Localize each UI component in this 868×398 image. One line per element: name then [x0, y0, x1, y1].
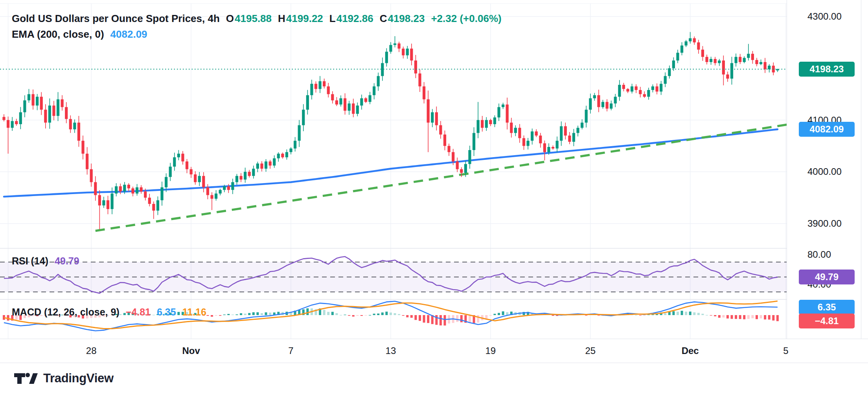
price-axis[interactable]: 4300.004100.004000.003900.0080.0040.0040… — [787, 0, 868, 362]
close-value: C4198.23 — [380, 13, 425, 25]
time-tick-label: Dec — [682, 345, 699, 356]
rsi-legend-label: RSI (14) — [12, 255, 48, 267]
low-value: L4192.86 — [329, 13, 373, 25]
ema-legend[interactable]: EMA (200, close, 0) 4082.09 — [12, 28, 147, 40]
macd-legend[interactable]: MACD (12, 26, close, 9) −4.81 6.35 11.16 — [12, 306, 206, 318]
rsi-bands — [0, 262, 787, 292]
symbol-legend[interactable]: Gold US Dollars per Ounce Spot Prices, 4… — [12, 13, 502, 25]
ema-legend-label: EMA (200, close, 0) — [12, 28, 104, 40]
time-tick-label: Nov — [182, 345, 200, 356]
tradingview-logo[interactable]: TradingView — [13, 371, 114, 386]
price-badge: 49.79 — [799, 270, 855, 284]
macd-hist-value: −4.81 — [126, 306, 151, 318]
macd-line-value: 6.35 — [157, 306, 176, 318]
open-value: O4195.88 — [226, 13, 272, 25]
trading-chart-app: Gold US Dollars per Ounce Spot Prices, 4… — [0, 0, 868, 398]
price-badge: 6.35 — [799, 300, 855, 315]
rsi-legend[interactable]: RSI (14) 49.79 — [12, 255, 79, 267]
time-tick-label: 5 — [783, 345, 788, 356]
change-value: +2.32 (+0.06%) — [431, 13, 501, 25]
time-axis[interactable]: 28Nov7131925Dec5 — [0, 339, 868, 363]
rsi-legend-value: 49.79 — [55, 255, 79, 267]
time-tick-label: 25 — [585, 345, 596, 356]
price-badge: 4198.23 — [799, 62, 855, 77]
symbol-title: Gold US Dollars per Ounce Spot Prices, 4… — [12, 13, 220, 25]
macd-legend-label: MACD (12, 26, close, 9) — [12, 306, 120, 318]
price-badge: 4082.09 — [799, 122, 855, 137]
axis-edge-line — [861, 0, 861, 362]
time-tick-label: 13 — [386, 345, 396, 356]
price-badge: −4.81 — [799, 314, 855, 328]
time-tick-label: 7 — [288, 345, 293, 356]
axis-tick-label: 4300.00 — [807, 11, 842, 22]
axis-tick-label: 80.00 — [807, 249, 831, 260]
macd-signal-value: 11.16 — [182, 306, 206, 318]
axis-tick-label: 3900.00 — [807, 218, 842, 229]
time-tick-label: 19 — [485, 345, 496, 356]
tradingview-logo-icon — [13, 371, 39, 386]
ema-legend-value: 4082.09 — [110, 28, 147, 40]
axis-tick-label: 4000.00 — [807, 166, 842, 177]
time-tick-label: 28 — [86, 345, 97, 356]
high-value: H4199.22 — [278, 13, 323, 25]
tradingview-logo-text: TradingView — [43, 371, 114, 385]
